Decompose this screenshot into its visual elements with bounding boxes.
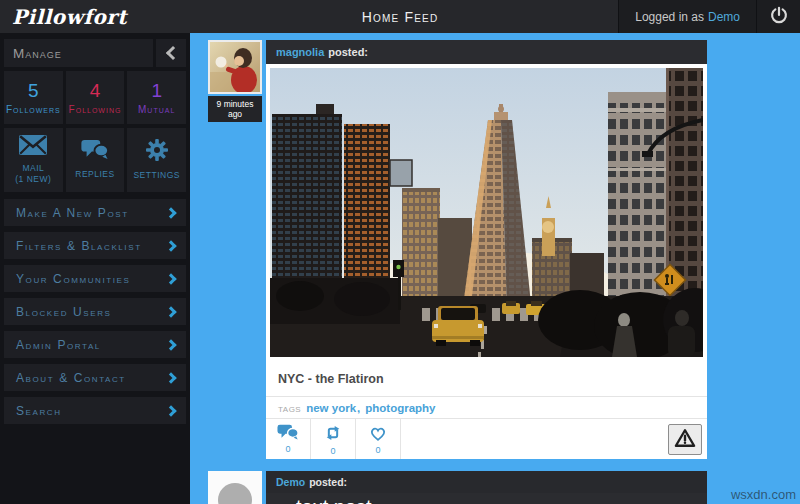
mail-label: Mail (1 New)	[15, 163, 51, 185]
login-prefix: Logged in as	[635, 10, 704, 24]
chevron-right-icon	[165, 372, 176, 383]
chevron-right-icon	[165, 405, 176, 416]
quick-actions: Mail (1 New) Replies	[4, 128, 186, 192]
post-header: magnolia posted:	[266, 40, 707, 64]
post-footer: 0 0	[266, 418, 707, 459]
post-content: Demo posted: text post	[266, 471, 707, 504]
pillowfort-logo[interactable]: Pillowfort	[0, 5, 139, 29]
post-side-column: 9 minutes ago	[208, 40, 262, 459]
settings-label: Settings	[133, 170, 180, 181]
avatar-placeholder-circle	[218, 483, 252, 504]
username-link[interactable]: magnolia	[276, 46, 324, 58]
chevron-right-icon	[165, 339, 176, 350]
manage-label: Manage	[4, 39, 153, 67]
power-icon	[769, 5, 789, 28]
avatar[interactable]	[208, 40, 262, 94]
reblog-count: 0	[330, 446, 335, 456]
mail-icon	[19, 135, 47, 158]
post-body: 5	[266, 64, 707, 459]
post-caption: NYC - the Flatiron	[266, 361, 707, 396]
post-side-column	[208, 471, 262, 504]
login-status: Logged in as Demo	[619, 0, 756, 33]
tags-row: Tags new york, photography	[266, 396, 707, 418]
replies-icon	[81, 139, 109, 164]
post-header: Demo posted:	[266, 471, 707, 493]
followers-count: 5	[28, 80, 39, 102]
logged-in-user-link[interactable]: Demo	[708, 10, 740, 24]
sidebar-item-admin-portal[interactable]: Admin Portal	[4, 331, 186, 358]
sidebar-item-your-communities[interactable]: Your Communities	[4, 265, 186, 292]
settings-button[interactable]: Settings	[127, 128, 186, 192]
post-demo: Demo posted: text post	[208, 471, 800, 504]
photo-wrapper: 5	[266, 64, 707, 361]
chevron-right-icon	[165, 273, 176, 284]
sidebar-item-filters-blacklist[interactable]: Filters & Blacklist	[4, 232, 186, 259]
post-photo[interactable]: 5	[270, 68, 703, 357]
manage-bar: Manage	[4, 39, 186, 67]
avatar-placeholder[interactable]	[208, 471, 262, 504]
following-label: Following	[69, 104, 122, 115]
chevron-left-icon	[165, 46, 179, 60]
chevron-right-icon	[165, 207, 176, 218]
stat-mutual[interactable]: 1 Mutual	[127, 71, 186, 124]
mutual-label: Mutual	[138, 104, 175, 115]
settings-icon	[145, 138, 169, 165]
username-link[interactable]: Demo	[276, 476, 305, 488]
heart-icon	[368, 424, 388, 445]
chevron-right-icon	[165, 306, 176, 317]
sidebar-collapse-button[interactable]	[156, 39, 186, 67]
like-button[interactable]: 0	[356, 419, 401, 459]
post-content: magnolia posted:	[266, 40, 707, 459]
sidebar-item-about-contact[interactable]: About & Contact	[4, 364, 186, 391]
sidebar-item-make-a-new-post[interactable]: Make A New Post	[4, 199, 186, 226]
sidebar: Manage 5 Followers 4 Following 1 Mutual	[0, 33, 190, 504]
watermark: wsxdn.com	[731, 487, 796, 502]
chevron-right-icon	[165, 240, 176, 251]
stat-followers[interactable]: 5 Followers	[4, 71, 63, 124]
top-navbar: Pillowfort Home Feed Logged in as Demo	[0, 0, 800, 33]
mail-button[interactable]: Mail (1 New)	[4, 128, 63, 192]
like-count: 0	[375, 445, 380, 455]
comment-icon	[277, 424, 299, 444]
sidebar-item-blocked-users[interactable]: Blocked Users	[4, 298, 186, 325]
post-timestamp[interactable]: 9 minutes ago	[208, 96, 262, 122]
reblog-icon	[323, 423, 343, 446]
comment-button[interactable]: 0	[266, 419, 311, 459]
follow-stats: 5 Followers 4 Following 1 Mutual	[4, 71, 186, 124]
sidebar-menu: Make A New Post Filters & Blacklist Your…	[0, 199, 190, 424]
following-count: 4	[90, 80, 101, 102]
stat-following[interactable]: 4 Following	[66, 71, 125, 124]
home-feed: 9 minutes ago magnolia posted:	[190, 33, 800, 504]
sidebar-item-search[interactable]: Search	[4, 397, 186, 424]
warning-triangle-icon	[674, 428, 696, 451]
replies-button[interactable]: Replies	[66, 128, 125, 192]
reblog-button[interactable]: 0	[311, 419, 356, 459]
tag-separator: ,	[357, 402, 360, 414]
tag-link[interactable]: photography	[365, 402, 435, 414]
post-magnolia: 9 minutes ago magnolia posted:	[208, 40, 800, 459]
replies-label: Replies	[75, 169, 114, 180]
navbar-right-section: Logged in as Demo	[618, 0, 800, 33]
comment-count: 0	[285, 444, 290, 454]
posted-label: posted:	[328, 46, 368, 58]
logout-button[interactable]	[756, 0, 800, 33]
report-button[interactable]	[668, 424, 702, 455]
tag-link[interactable]: new york	[306, 402, 356, 414]
followers-label: Followers	[6, 104, 61, 115]
posted-label: posted:	[309, 476, 347, 488]
mutual-count: 1	[151, 80, 162, 102]
text-post-body: text post	[266, 493, 707, 504]
app-window: Pillowfort Home Feed Logged in as Demo M…	[0, 0, 800, 504]
tags-label: Tags	[278, 405, 301, 414]
